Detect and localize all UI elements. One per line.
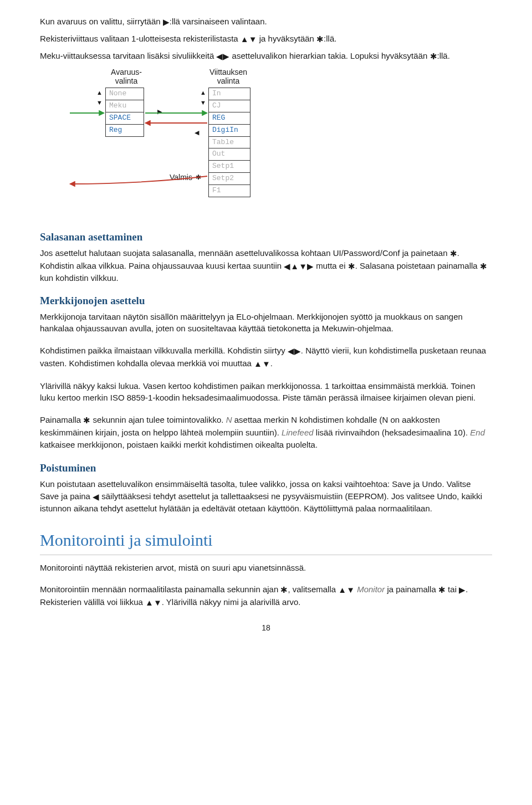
down-triangle-icon: ▼ (346, 584, 355, 596)
up-triangle-icon: ▲ (338, 584, 346, 596)
strings-para-2: Kohdistimen paikka ilmaistaan vilkkuvall… (40, 345, 492, 370)
list-item: Setp2 (209, 172, 250, 184)
down-triangle-icon: ▼ (154, 597, 162, 609)
intro-para-2: Rekisteriviittaus valitaan 1-ulotteisest… (40, 33, 492, 45)
down-triangle-icon: ▼ (262, 358, 270, 370)
right-triangle-icon: ▶ (223, 50, 229, 63)
intro-para-1: Kun avaruus on valittu, siirrytään ▶:llä… (40, 16, 492, 28)
right-triangle-icon: ▶ (157, 107, 162, 116)
down-triangle-icon: ▼ (299, 260, 307, 273)
list-item: CJ (209, 100, 250, 112)
italic-linefeed: Linefeed (282, 428, 314, 437)
star-icon: ✱ (450, 248, 457, 260)
right-triangle-icon: ▶ (307, 260, 314, 273)
star-icon: ✱ (280, 584, 288, 596)
list-item: SPACE (106, 112, 144, 124)
page-number: 18 (40, 622, 492, 633)
star-icon: ✱ (196, 173, 201, 182)
list-item: Out (209, 148, 250, 160)
left-triangle-icon: ◀ (93, 491, 99, 503)
right-triangle-icon: ▶ (163, 16, 170, 28)
diagram-col1-title: Avaruus-valinta (99, 68, 154, 85)
strings-para-4: Painamalla ✱ sekunnin ajan tulee toimint… (40, 414, 492, 450)
left-triangle-icon: ◀ (195, 129, 199, 137)
list-item: Table (209, 136, 250, 148)
list-item: Setp1 (209, 160, 250, 172)
left-triangle-icon: ◀ (288, 345, 294, 357)
strings-para-1: Merkkijonoja tarvitaan näytön sisällön m… (40, 311, 492, 335)
up-triangle-icon: ▲ (200, 89, 206, 98)
heading-monitoring: Monitorointi ja simulointi (40, 528, 492, 552)
up-triangle-icon: ▲ (241, 33, 249, 45)
star-icon: ✱ (316, 33, 324, 45)
list-item: Meku (106, 100, 144, 112)
up-triangle-icon: ▲ (254, 358, 262, 370)
strings-para-3: Ylärivillä näkyy kaksi lukua. Vasen kert… (40, 380, 492, 404)
exit-para: Kun poistutaan asetteluvalikon ensimmäis… (40, 478, 492, 515)
right-triangle-icon: ▶ (294, 345, 301, 357)
up-triangle-icon: ▲ (145, 597, 154, 609)
heading-strings: Merkkijonojen asettelu (40, 293, 492, 309)
down-triangle-icon: ▼ (96, 99, 103, 107)
star-icon: ✱ (438, 584, 446, 596)
reference-select-list: In CJ REG DigiIn Table Out Setp1 Setp2 F… (208, 88, 250, 197)
down-triangle-icon: ▼ (249, 33, 257, 45)
italic-end: End (470, 428, 485, 437)
valmis-label: Valmis (170, 172, 192, 183)
list-item: DigiIn (209, 124, 250, 136)
left-triangle-icon: ◀ (284, 260, 290, 273)
list-item: REG (209, 112, 250, 124)
list-item: Reg (106, 124, 144, 136)
star-icon: ✱ (83, 414, 90, 427)
left-triangle-icon: ◀ (216, 50, 223, 63)
space-select-list: None Meku SPACE Reg (105, 88, 144, 136)
italic-n: N (226, 415, 232, 424)
list-item: In (209, 88, 250, 100)
right-triangle-icon: ▶ (459, 584, 466, 596)
italic-monitor: Monitor (357, 584, 385, 594)
star-icon: ✱ (480, 260, 487, 273)
divider (40, 555, 492, 555)
selection-diagram: Avaruus-valinta Viittauksenvalinta ▲ ▼ N… (75, 68, 492, 212)
up-triangle-icon: ▲ (290, 260, 299, 273)
diagram-col2-title: Viittauksenvalinta (201, 68, 256, 85)
intro-para-3: Meku-viittauksessa tarvitaan lisäksi siv… (40, 50, 492, 63)
up-triangle-icon: ▲ (96, 89, 103, 98)
password-para: Jos asettelut halutaan suojata salasanal… (40, 247, 492, 284)
down-triangle-icon: ▼ (200, 99, 206, 107)
star-icon: ✱ (430, 50, 437, 63)
list-item: F1 (209, 184, 250, 197)
monitor-para-1: Monitorointi näyttää rekisterien arvot, … (40, 562, 492, 574)
list-item: None (106, 88, 144, 100)
monitor-para-2: Monitorointiin mennään normaalitilasta p… (40, 583, 492, 609)
heading-exit: Poistuminen (40, 460, 492, 476)
heading-password: Salasanan asettaminen (40, 229, 492, 245)
star-icon: ✱ (348, 260, 355, 273)
